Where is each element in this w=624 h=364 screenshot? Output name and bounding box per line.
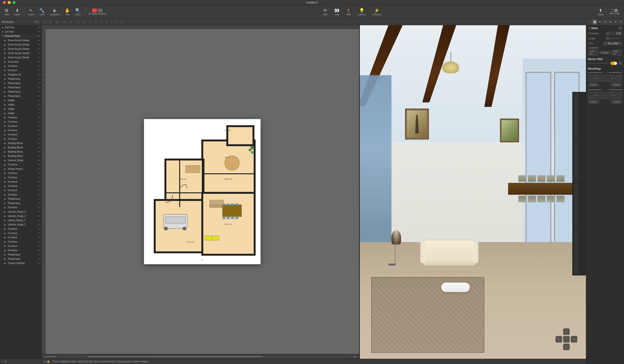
pan-button[interactable]: ✋ Pan — [62, 7, 72, 17]
list-item[interactable]: ◈ Dome Acrylic Shade ●● — [0, 47, 41, 51]
list-item[interactable]: ◈ Furniture ●● — [0, 64, 41, 68]
sidebar-add-icon[interactable]: + — [2, 360, 3, 363]
list-item[interactable]: ◈ Furniture ●● — [0, 180, 41, 184]
list-item[interactable]: ◈ Libreria_Parigi_2 ●● — [0, 222, 41, 227]
sub-toolbar-btn[interactable]: ≡ — [43, 20, 47, 24]
sidebar-grid-icon[interactable]: ⊞ — [34, 20, 37, 24]
rp-icon-6[interactable]: ⬆ — [613, 19, 618, 25]
list-item[interactable]: ◈ Building Block ●● — [0, 150, 41, 154]
close-button[interactable] — [3, 1, 6, 4]
walls-dropdown[interactable]: ▾ — [619, 26, 622, 30]
moulding-expand-3[interactable]: ↔ — [603, 89, 605, 91]
list-item[interactable]: ◈ Furniture ●● — [0, 205, 41, 209]
list-item[interactable]: ◈ Furniture ●● — [0, 227, 41, 231]
lighting-button[interactable]: 💡 Lighting — [356, 7, 368, 17]
moulding-arrow-3[interactable]: ⇤ — [612, 77, 614, 79]
list-item[interactable]: ◈ Pleiad lamp ●● — [0, 89, 41, 94]
nav-right-button[interactable]: → — [571, 336, 577, 342]
list-item[interactable]: ◈ Pleiad lamp ●● — [0, 257, 41, 261]
fullscreen-button[interactable] — [12, 1, 15, 4]
sidebar-content[interactable]: ▶ 2nd Floor ●● ▶ 1st Floor ●● ▼ Ground F… — [0, 25, 41, 359]
nav-down-button[interactable]: ↓ — [563, 343, 570, 350]
rp-icon-4[interactable]: ⊞ — [603, 19, 608, 25]
story-item-2nd-floor[interactable]: ▶ 2nd Floor ●● — [0, 25, 41, 29]
list-item[interactable]: ◈ Libreria_Parigi ●● — [0, 158, 41, 162]
moulding-arrow-4[interactable]: ⇥ — [614, 77, 616, 79]
moulding-arrow-5[interactable]: ⇤ — [594, 94, 596, 97]
thickness-stepper[interactable]: ⇕ — [606, 32, 610, 35]
fp-scrollbar[interactable] — [58, 356, 351, 357]
list-item[interactable]: ◈ Dome Acrylic Shade ●● — [0, 51, 41, 55]
moulding-expand-1[interactable]: ↔ — [603, 71, 605, 74]
list-item[interactable]: ◈ Furniture ●● — [0, 120, 41, 124]
view-button[interactable]: ⊞ View — [2, 7, 11, 17]
list-item[interactable]: ◈ Furniture ●● — [0, 128, 41, 132]
list-item[interactable]: ◈ Pleiad lamp ●● — [0, 201, 41, 205]
nav-center-button[interactable]: · — [563, 336, 570, 342]
arc-plus-btn[interactable]: +180° Arc — [612, 50, 622, 55]
moulding-expand-4[interactable]: ↔ — [606, 89, 608, 91]
default-btn-1[interactable]: Default — [588, 83, 599, 87]
list-item[interactable]: ◈ Furniture ●● — [0, 137, 41, 141]
sidebar-list-icon[interactable]: ≡ — [38, 20, 40, 24]
rp-icon-3[interactable]: ≋ — [598, 19, 602, 25]
list-item[interactable]: ◈ Liberia_Parigi_2 ●● — [0, 218, 41, 222]
list-item[interactable]: ◈ Indigo ●● — [0, 102, 41, 107]
list-item[interactable]: ◈ Pleiad lamp ●● — [0, 94, 41, 98]
list-item[interactable]: ◈ Furniture ●● — [0, 162, 41, 167]
moulding-arrow-6[interactable]: ⇥ — [597, 94, 598, 97]
rp-icon-active[interactable]: ▦ — [592, 19, 597, 25]
master-wall-toggle[interactable] — [610, 62, 617, 65]
list-item[interactable]: ◈ Furniture ●● — [0, 231, 41, 235]
list-item[interactable]: ◈ Pleiad lamp ●● — [0, 81, 41, 85]
list-item[interactable]: ◈ Furniture ●● — [0, 192, 41, 197]
list-item[interactable]: ◈ Pleiad lamp ●● — [0, 197, 41, 201]
zoom-button[interactable]: 🔍 Zoom — [73, 7, 83, 17]
list-item[interactable]: ◈ Dome Acrylic Shade ●● — [0, 55, 41, 59]
rp-icon-walls[interactable]: ⬚ — [587, 19, 592, 25]
list-item[interactable]: ◈ Zora lamp ●● — [0, 59, 41, 64]
import-button[interactable]: ⬇ Import — [12, 7, 23, 17]
list-item[interactable]: ◈ Range Hood 1 ●● — [0, 167, 41, 171]
list-item[interactable]: ◈ Pleiad lamp ●● — [0, 252, 41, 257]
list-item[interactable]: ◈ Furniture ●● — [0, 171, 41, 175]
share-button[interactable]: ⬆ Share — [596, 7, 606, 17]
list-item[interactable]: ◈ Furniture ●● — [0, 184, 41, 188]
list-item[interactable]: ◈ Building Block ●● — [0, 141, 41, 145]
list-item[interactable]: ◈ Dome Acrylic Shade ●● — [0, 38, 41, 42]
story-item-ground-floor[interactable]: ▼ Ground Floor ●● — [0, 34, 41, 38]
list-item[interactable]: ◈ Furniture ●● — [0, 188, 41, 192]
minimize-button[interactable] — [8, 1, 11, 4]
story-item-1st-floor[interactable]: ▶ 1st Floor ●● — [0, 29, 41, 34]
list-item[interactable]: ◈ Building Block ●● — [0, 154, 41, 158]
list-item[interactable]: ◈ Indigo ●● — [0, 111, 41, 115]
orbit-button[interactable]: ⟳ Orbit — [321, 7, 330, 17]
list-item[interactable]: ◈ Furniture ●● — [0, 124, 41, 128]
curvature-slider-2[interactable] — [610, 51, 611, 54]
list-item[interactable]: ◈ Furniture ●● — [0, 235, 41, 239]
list-item[interactable]: ◈ Indigo ●● — [0, 107, 41, 111]
moulding-expand-2[interactable]: ↔ — [606, 71, 608, 74]
floor-plan-canvas[interactable]: 5.3 m² 8.8 m² 9.0 m² 39.6 m² 17.5 m² 68.… — [46, 29, 359, 354]
default-btn-2[interactable]: Default — [611, 83, 622, 87]
tools-button[interactable]: 🔧 Tools — [37, 7, 47, 17]
list-item[interactable]: ◈ Libreria_Parigi_2 ●● — [0, 209, 41, 214]
list-item[interactable]: ◈ Indigo ●● — [0, 98, 41, 102]
list-item[interactable]: ◈ Furniture ●● — [0, 248, 41, 252]
list-item[interactable]: ◈ Furniture ●● — [0, 239, 41, 244]
collisions-button[interactable]: ⚡ Collisions — [370, 7, 384, 17]
list-item[interactable]: ◈ Furniture ●● — [0, 115, 41, 120]
master-wall-more[interactable]: ▾ — [619, 61, 622, 65]
rp-icon-7[interactable]: ⬇ — [618, 19, 623, 25]
list-item[interactable]: ◈ Cactus Calahari ●● — [0, 261, 41, 265]
select-button[interactable]: ↖ Select — [26, 7, 36, 17]
type-dropdown[interactable]: ⊞ Story Wall ▾ — [603, 42, 622, 45]
arc-straight-btn[interactable]: Straight — [600, 51, 610, 54]
look-button[interactable]: 👀 Look — [332, 7, 342, 17]
list-item[interactable]: ◈ Furniture ●● — [0, 68, 41, 72]
representation-button[interactable]: 2D Representation — [86, 8, 109, 16]
list-item[interactable]: ◈ Furniture ●● — [0, 244, 41, 248]
nav-left-button[interactable]: ← — [555, 336, 562, 342]
curvature-slider[interactable] — [599, 51, 599, 54]
auxiliaries-button[interactable]: ◈ Auxiliaries — [47, 7, 62, 17]
